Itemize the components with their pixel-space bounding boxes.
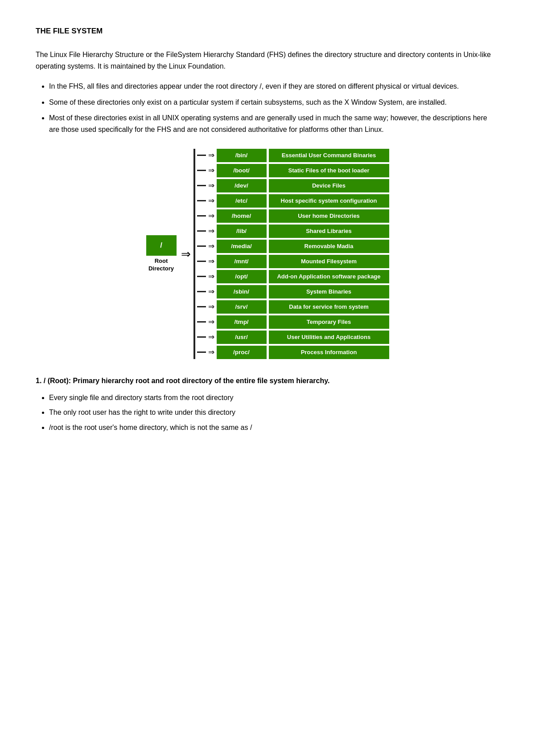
dir-entry: ⇒/srv/Data for service from system xyxy=(197,300,389,314)
dir-name-box: /media/ xyxy=(217,240,267,253)
dir-entry: ⇒/usr/User Utilities and Applications xyxy=(197,331,389,344)
branch-stub xyxy=(197,261,206,262)
dir-desc-box: Host specific system configuration xyxy=(269,194,389,208)
dir-entry: ⇒/opt/Add-on Application software packag… xyxy=(197,270,389,283)
branch-stub xyxy=(197,185,206,186)
section1-bullet-1: Every single file and directory starts f… xyxy=(49,392,499,404)
dir-name-box: /mnt/ xyxy=(217,255,267,268)
section1-bullet-3: /root is the root user's home directory,… xyxy=(49,422,499,433)
dir-entry: ⇒/tmp/Temporary Files xyxy=(197,315,389,329)
dir-desc-box: Data for service from system xyxy=(269,300,389,314)
dir-name-box: /etc/ xyxy=(217,194,267,208)
section1-heading-normal: Primary hierarchy root and root director… xyxy=(71,377,329,384)
dir-desc-box: Device Files xyxy=(269,179,389,192)
dir-entry: ⇒/dev/Device Files xyxy=(197,179,389,192)
dir-desc-box: Add-on Application software package xyxy=(269,270,389,283)
branch-stub xyxy=(197,291,206,292)
page-title: THE FILE SYSTEM xyxy=(36,27,499,36)
branch-stub xyxy=(197,215,206,217)
branch-arrow-icon: ⇒ xyxy=(208,333,214,341)
dir-desc-box: Temporary Files xyxy=(269,315,389,329)
dir-entry: ⇒/etc/Host specific system configuration xyxy=(197,194,389,208)
dir-name-box: /sbin/ xyxy=(217,285,267,298)
branch-arrow-icon: ⇒ xyxy=(208,212,214,220)
root-box: / xyxy=(146,235,177,256)
dir-desc-box: Removable Madia xyxy=(269,240,389,253)
section1-heading-bold: 1. / (Root): xyxy=(36,377,71,384)
branch-stub xyxy=(197,200,206,201)
branch-stub xyxy=(197,336,206,338)
branch-stub xyxy=(197,245,206,247)
main-arrow-icon: ⇒ xyxy=(181,248,191,260)
dir-name-box: /usr/ xyxy=(217,331,267,344)
trunk-line xyxy=(193,149,195,359)
filesystem-diagram: / RootDirectory ⇒ ⇒/bin/Essential User C… xyxy=(36,149,499,359)
dir-name-box: /home/ xyxy=(217,209,267,223)
branch-arrow-icon: ⇒ xyxy=(208,257,214,265)
branch-arrow-icon: ⇒ xyxy=(208,167,214,174)
dir-entry: ⇒/media/Removable Madia xyxy=(197,240,389,253)
branch-arrow-icon: ⇒ xyxy=(208,182,214,189)
dir-desc-box: Static Files of the boot loader xyxy=(269,164,389,177)
branch-stub xyxy=(197,230,206,232)
intro-bullet-list: In the FHS, all files and directories ap… xyxy=(49,81,499,135)
dir-desc-box: System Binaries xyxy=(269,285,389,298)
root-directory-section: / RootDirectory xyxy=(146,235,177,273)
section1-heading: 1. / (Root): Primary hierarchy root and … xyxy=(36,377,499,385)
dir-desc-box: Process Information xyxy=(269,346,389,359)
dir-entry: ⇒/mnt/Mounted Filesystem xyxy=(197,255,389,268)
dir-desc-box: Essential User Command Binaries xyxy=(269,149,389,162)
root-label-text: RootDirectory xyxy=(148,257,174,273)
dir-name-box: /tmp/ xyxy=(217,315,267,329)
branch-arrow-icon: ⇒ xyxy=(208,227,214,235)
dir-entry: ⇒/sbin/System Binaries xyxy=(197,285,389,298)
dir-name-box: /proc/ xyxy=(217,346,267,359)
branch-arrow-icon: ⇒ xyxy=(208,151,214,159)
branch-stub xyxy=(197,155,206,156)
dir-name-box: /bin/ xyxy=(217,149,267,162)
bullet-item-2: Some of these directories only exist on … xyxy=(49,97,499,108)
branch-arrow-icon: ⇒ xyxy=(208,288,214,295)
dir-entry: ⇒/bin/Essential User Command Binaries xyxy=(197,149,389,162)
branch-stub xyxy=(197,276,206,277)
branch-arrow-icon: ⇒ xyxy=(208,318,214,326)
dir-name-box: /opt/ xyxy=(217,270,267,283)
dir-desc-box: User home Directories xyxy=(269,209,389,223)
branch-arrow-icon: ⇒ xyxy=(208,242,214,250)
bullet-item-1: In the FHS, all files and directories ap… xyxy=(49,81,499,92)
dir-entry: ⇒/lib/Shared Libraries xyxy=(197,225,389,238)
dir-desc-box: User Utilities and Applications xyxy=(269,331,389,344)
dir-name-box: /dev/ xyxy=(217,179,267,192)
dir-name-box: /srv/ xyxy=(217,300,267,314)
branch-arrow-icon: ⇒ xyxy=(208,273,214,280)
dir-entries-column: ⇒/bin/Essential User Command Binaries⇒/b… xyxy=(197,149,389,359)
intro-paragraph: The Linux File Hierarchy Structure or th… xyxy=(36,49,499,72)
dir-desc-box: Mounted Filesystem xyxy=(269,255,389,268)
bullet-item-3: Most of these directories exist in all U… xyxy=(49,112,499,135)
dir-entry: ⇒/proc/Process Information xyxy=(197,346,389,359)
dir-entry: ⇒/home/User home Directories xyxy=(197,209,389,223)
branch-stub xyxy=(197,351,206,353)
branch-arrow-icon: ⇒ xyxy=(208,197,214,204)
branch-stub xyxy=(197,306,206,307)
dir-name-box: /lib/ xyxy=(217,225,267,238)
dir-desc-box: Shared Libraries xyxy=(269,225,389,238)
section1-bullet-list: Every single file and directory starts f… xyxy=(49,392,499,433)
branch-stub xyxy=(197,170,206,171)
dir-name-box: /boot/ xyxy=(217,164,267,177)
branch-arrow-icon: ⇒ xyxy=(208,303,214,311)
branch-arrow-icon: ⇒ xyxy=(208,348,214,356)
branch-stub xyxy=(197,321,206,323)
dir-entry: ⇒/boot/Static Files of the boot loader xyxy=(197,164,389,177)
section1-bullet-2: The only root user has the right to writ… xyxy=(49,407,499,418)
directory-list: ⇒/bin/Essential User Command Binaries⇒/b… xyxy=(192,149,389,359)
